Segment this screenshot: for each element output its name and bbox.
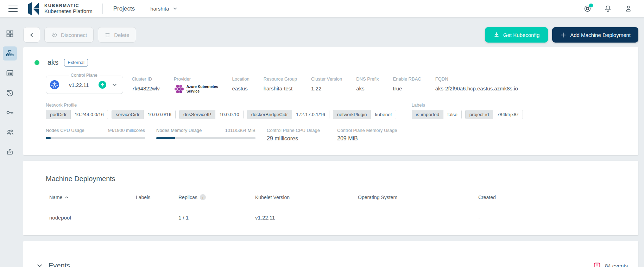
- chip-dockerbridgecidr: dockerBridgeCidr172.17.0.1/16: [247, 110, 329, 119]
- provider-name-line1: Azure Kubernetes: [187, 84, 218, 89]
- disconnect-button-label: Disconnect: [61, 32, 87, 38]
- members-icon: [6, 128, 14, 136]
- machine-deployments-card: Machine Deployments Name: [23, 161, 638, 235]
- chip-is-imported: is-importedfalse: [412, 110, 462, 119]
- project-selector-value: harshita: [150, 6, 169, 12]
- detail-resource-group: Resource Group harshita-test: [264, 76, 297, 94]
- sidebar-item-ssh-keys[interactable]: [3, 106, 17, 120]
- kubernetes-logo-icon: [50, 80, 59, 90]
- detail-dns-prefix: DNS Prefix aks: [356, 76, 379, 94]
- kubermatic-logo-icon: [27, 2, 41, 16]
- detail-location: Location eastus: [232, 76, 250, 94]
- key-icon: [6, 108, 14, 117]
- chip-servicecidr: serviceCidr10.0.0.0/16: [112, 110, 176, 119]
- upgrade-available-icon[interactable]: [99, 81, 106, 89]
- get-kubeconfig-button[interactable]: Get Kubeconfig: [485, 27, 548, 43]
- cluster-type-badge: External: [64, 59, 88, 66]
- detail-fqdn: FQDN aks-2f2f90a6.hcp.eastus.azmk8s.io: [435, 76, 518, 94]
- brand-product: Kubernetes Platform: [44, 8, 93, 14]
- control-plane-version: v1.22.11: [69, 82, 89, 88]
- warning-events-icon: [594, 262, 600, 267]
- chevron-down-icon[interactable]: [112, 82, 117, 88]
- detail-enable-rbac: Enable RBAC true: [393, 76, 421, 94]
- chip-networkplugin: networkPluginkubenet: [333, 110, 396, 119]
- grid-icon: [6, 30, 14, 38]
- column-kubelet-version: Kubelet Version: [255, 194, 358, 206]
- link-off-icon: [51, 32, 57, 38]
- detail-label: Provider: [174, 76, 218, 82]
- sidebar-item-service-accounts[interactable]: [3, 145, 17, 159]
- events-title[interactable]: Events: [49, 262, 70, 267]
- column-status: [34, 194, 49, 206]
- chip-project-id: project-id784kfrjx8z: [465, 110, 523, 119]
- column-replicas: Replicas i: [178, 194, 255, 206]
- row-operating-system: [358, 206, 478, 225]
- control-plane-memory-usage: Control Plane Memory Usage 209 MiB: [337, 128, 397, 142]
- aks-provider-icon: [174, 84, 184, 94]
- detail-value: 7k64822wlv: [132, 85, 159, 91]
- detail-cluster-id: Cluster ID 7k64822wlv: [132, 76, 159, 94]
- row-kubelet-version: v1.22.11: [255, 206, 358, 225]
- chip-dnsserviceip: dnsServiceIP10.0.0.10: [179, 110, 244, 119]
- notification-badge-dot: [589, 4, 593, 7]
- column-created: Created: [478, 194, 628, 206]
- progress-bar: [156, 137, 255, 139]
- sidebar: [0, 18, 20, 267]
- column-labels: Labels: [136, 194, 178, 206]
- add-machine-deployment-label: Add Machine Deployment: [570, 32, 631, 38]
- machine-deployments-table: Name Labels Replicas i: [34, 194, 628, 225]
- sort-asc-icon: [65, 196, 69, 199]
- row-name: nodepool: [49, 206, 136, 225]
- card-form-icon: [6, 69, 14, 77]
- delete-button-label: Delete: [114, 32, 129, 38]
- cluster-status-dot: [34, 60, 39, 65]
- info-icon[interactable]: i: [200, 194, 206, 200]
- control-plane-version-box[interactable]: Control Plane: [46, 76, 123, 94]
- nodes-memory-usage-value: 1011/5364 MiB: [225, 128, 256, 133]
- back-button[interactable]: [23, 27, 40, 43]
- sidebar-item-members[interactable]: [3, 125, 17, 139]
- control-plane-divider: [64, 79, 64, 91]
- labels-group: Labels is-importedfalse project-id784kfr…: [412, 102, 523, 119]
- delete-button[interactable]: Delete: [98, 27, 136, 43]
- notifications-bell-icon[interactable]: [604, 5, 612, 13]
- machine-deployment-row[interactable]: nodepool 1 / 1 v1.22.11 -: [34, 206, 628, 225]
- labels-label: Labels: [412, 102, 523, 108]
- cluster-detail-card: aks External Control Plane: [23, 47, 638, 155]
- robot-icon: [6, 148, 14, 156]
- user-icon[interactable]: [624, 5, 632, 13]
- column-name[interactable]: Name: [49, 194, 136, 206]
- history-icon: [6, 89, 14, 97]
- add-machine-deployment-button[interactable]: Add Machine Deployment: [552, 27, 638, 43]
- sidebar-item-external-clusters[interactable]: [3, 66, 17, 80]
- sidebar-item-clusters[interactable]: [3, 46, 17, 61]
- top-bar: KUBERMATIC Kubernetes Platform Projects …: [0, 0, 644, 18]
- row-created: -: [478, 206, 628, 225]
- chip-podcidr: podCidr10.244.0.0/16: [46, 110, 108, 119]
- nodes-memory-usage-label: Nodes Memory Usage: [156, 128, 202, 133]
- help-buoy-icon[interactable]: [583, 5, 592, 13]
- nav-projects[interactable]: Projects: [113, 5, 135, 12]
- cluster-toolbar: Disconnect Delete Get Kubeconf: [23, 27, 638, 43]
- plus-icon: [560, 32, 567, 38]
- collapse-chevron-icon[interactable]: [37, 263, 43, 267]
- topbar-divider: [102, 4, 103, 14]
- progress-bar: [46, 137, 145, 139]
- row-labels: [136, 206, 178, 225]
- download-icon: [493, 32, 500, 38]
- trash-icon: [105, 32, 111, 38]
- hamburger-menu-icon[interactable]: [8, 6, 18, 12]
- detail-label: Cluster ID: [132, 76, 159, 82]
- project-selector[interactable]: harshita: [150, 6, 177, 12]
- disconnect-button[interactable]: Disconnect: [44, 27, 94, 43]
- sidebar-item-overview[interactable]: [3, 27, 17, 41]
- control-plane-legend: Control Plane: [69, 73, 100, 78]
- network-profile-group: Network Profile podCidr10.244.0.0/16 ser…: [46, 102, 396, 119]
- detail-provider: Provider: [174, 76, 218, 94]
- brand-logo-block[interactable]: KUBERMATIC Kubernetes Platform: [27, 2, 93, 16]
- sidebar-item-history[interactable]: [3, 86, 17, 100]
- nodes-cpu-usage-label: Nodes CPU Usage: [46, 128, 84, 133]
- nodes-cpu-usage-meter: Nodes CPU Usage 94/1900 millicores: [46, 128, 145, 142]
- cluster-name: aks: [48, 58, 58, 66]
- row-replicas: 1 / 1: [178, 206, 255, 225]
